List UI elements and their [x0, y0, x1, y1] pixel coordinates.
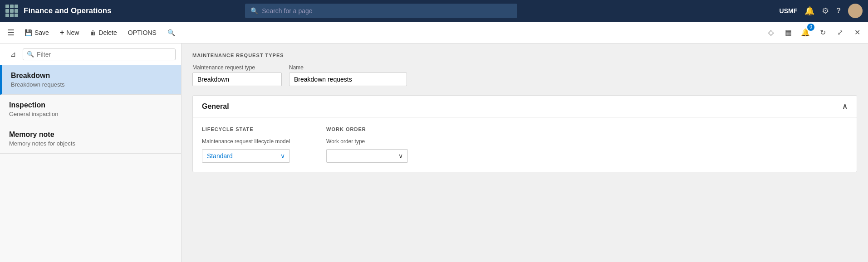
expand-icon[interactable]: ⤢	[833, 25, 847, 40]
options-button[interactable]: OPTIONS	[123, 26, 161, 39]
app-title: Finance and Operations	[24, 6, 112, 15]
general-header: General ∧	[193, 96, 857, 117]
workorder-section: WORK ORDER Work order type ∨	[326, 126, 408, 163]
notification-badge: 0	[807, 24, 814, 31]
name-field-group: Name	[289, 64, 407, 86]
sidebar-items: Breakdown Breakdown requests Inspection …	[0, 65, 181, 262]
save-icon: 💾	[25, 29, 32, 36]
top-fields-row: Maintenance request type Name	[192, 64, 857, 86]
sidebar-filter-bar: ⊿ 🔍	[0, 44, 181, 65]
filter-input[interactable]	[37, 51, 172, 58]
content-area: MAINTENANCE REQUEST TYPES Maintenance re…	[181, 44, 868, 262]
sidebar: ⊿ 🔍 Breakdown Breakdown requests Inspect…	[0, 44, 181, 262]
top-nav: Finance and Operations 🔍 USMF 🔔 ⚙ ?	[0, 0, 868, 22]
lifecycle-chevron-icon: ∨	[280, 152, 285, 160]
type-field-group: Maintenance request type	[192, 64, 282, 86]
type-label: Maintenance request type	[192, 64, 282, 71]
name-label: Name	[289, 64, 407, 71]
app-grid-icon[interactable]	[5, 5, 18, 17]
search-icon: 🔍	[250, 7, 258, 15]
filter-toggle-icon[interactable]: ⊿	[5, 48, 20, 60]
user-avatar[interactable]	[848, 4, 863, 18]
toolbar-search-icon: 🔍	[167, 29, 175, 36]
new-button[interactable]: + New	[55, 26, 83, 39]
general-body: LIFECYCLE STATE Maintenance request life…	[193, 117, 857, 172]
sidebar-item-breakdown[interactable]: Breakdown Breakdown requests	[0, 65, 181, 95]
general-panel: General ∧ LIFECYCLE STATE Maintenance re…	[192, 95, 857, 172]
lifecycle-value: Standard	[207, 152, 233, 160]
company-selector[interactable]: USMF	[780, 7, 798, 15]
toolbar: ☰ 💾 Save + New 🗑 Delete OPTIONS 🔍 ◇ ▦ 🔔 …	[0, 22, 868, 44]
workorder-field-label: Work order type	[326, 138, 408, 145]
top-nav-right: USMF 🔔 ⚙ ?	[780, 4, 863, 18]
general-title: General	[202, 102, 229, 111]
sidebar-item-inspection[interactable]: Inspection General inspaction	[0, 95, 181, 124]
toolbar-right: ◇ ▦ 🔔 0 ↻ ⤢ ✕	[764, 25, 864, 40]
filter-input-wrap: 🔍	[23, 49, 176, 60]
sidebar-item-memory-note[interactable]: Memory note Memory notes for objects	[0, 124, 181, 154]
refresh-icon[interactable]: ↻	[815, 25, 830, 40]
lifecycle-field-label: Maintenance request lifecycle model	[202, 138, 290, 145]
new-icon: +	[60, 29, 64, 37]
global-search-bar[interactable]: 🔍	[245, 4, 517, 18]
search-input[interactable]	[262, 7, 512, 15]
lifecycle-section: LIFECYCLE STATE Maintenance request life…	[202, 126, 290, 163]
delete-button[interactable]: 🗑 Delete	[85, 26, 121, 39]
lifecycle-dropdown[interactable]: Standard ∨	[202, 149, 290, 163]
lifecycle-section-label: LIFECYCLE STATE	[202, 126, 290, 132]
workorder-section-label: WORK ORDER	[326, 126, 408, 132]
settings-icon[interactable]: ⚙	[822, 6, 829, 16]
type-input[interactable]	[192, 73, 282, 86]
hamburger-menu[interactable]: ☰	[4, 25, 18, 40]
office-icon[interactable]: ▦	[781, 25, 795, 40]
notifications-toolbar-icon[interactable]: 🔔 0	[798, 25, 813, 40]
workorder-chevron-icon: ∨	[398, 152, 403, 160]
close-icon[interactable]: ✕	[850, 25, 864, 40]
general-collapse-icon[interactable]: ∧	[842, 102, 848, 111]
name-input[interactable]	[289, 73, 407, 86]
notifications-icon[interactable]: 🔔	[804, 6, 814, 16]
diamond-icon[interactable]: ◇	[764, 25, 778, 40]
main-layout: ⊿ 🔍 Breakdown Breakdown requests Inspect…	[0, 44, 868, 262]
delete-icon: 🗑	[90, 29, 96, 36]
save-button[interactable]: 💾 Save	[20, 26, 54, 39]
section-label: MAINTENANCE REQUEST TYPES	[192, 53, 857, 58]
help-icon[interactable]: ?	[836, 7, 841, 15]
workorder-dropdown[interactable]: ∨	[326, 149, 408, 163]
search-toolbar-button[interactable]: 🔍	[163, 26, 180, 39]
filter-search-icon: 🔍	[27, 51, 34, 58]
